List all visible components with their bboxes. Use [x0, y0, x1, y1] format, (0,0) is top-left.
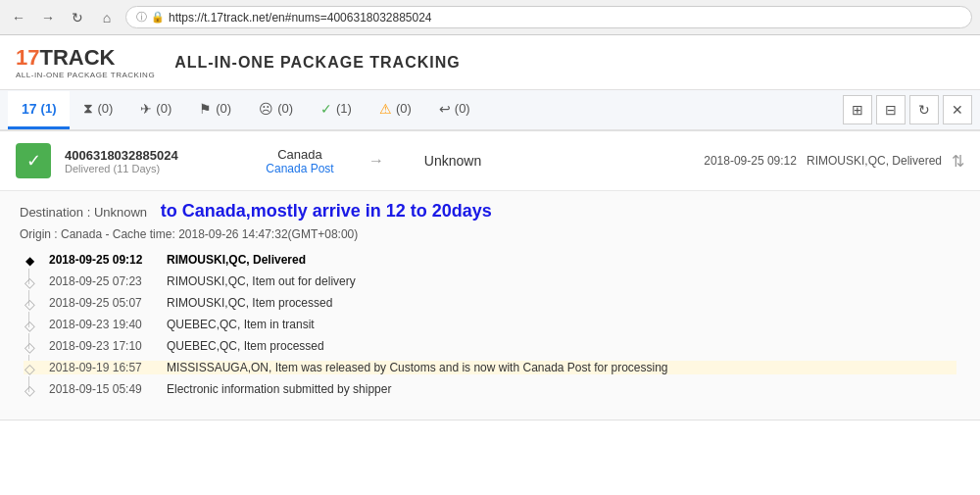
tracking-number-col: 4006318032885024 Delivered (11 Days): [65, 148, 241, 174]
tab-pending-icon: ⧗: [83, 100, 93, 117]
timeline-item-5: ◇ 2018-09-19 16:57 MISSISSAUGA,ON, Item …: [24, 361, 956, 374]
tab-undelivered-icon: ☹: [259, 101, 273, 117]
origin-label: Origin :: [20, 227, 58, 241]
tab-pickup-icon: ⚑: [199, 101, 212, 117]
tabs-bar: 17 (1) ⧗ (0) ✈ (0) ⚑ (0) ☹ (0) ✓ (1) ⚠ (…: [0, 90, 980, 131]
app-header: 17TRACK ALL-IN-ONE PACKAGE TRACKING ALL-…: [0, 35, 980, 90]
event-location: RIMOUSKI,QC, Delivered: [807, 154, 942, 168]
address-bar[interactable]: ⓘ 🔒 https://t.17track.net/en#nums=400631…: [125, 6, 972, 28]
timeline-time-2: 2018-09-25 05:07: [49, 296, 167, 310]
timeline: ◆ 2018-09-25 09:12 RIMOUSKI,QC, Delivere…: [20, 253, 960, 396]
lock-icon: 🔒: [151, 11, 165, 24]
timeline-item-4: ◇ 2018-09-23 17:10 QUEBEC,QC, Item proce…: [24, 339, 956, 353]
timeline-dot-6: ◇: [24, 384, 35, 396]
timeline-desc-3: QUEBEC,QC, Item in transit: [167, 318, 315, 331]
origin-value: Canada: [61, 227, 102, 241]
close-all-button[interactable]: ✕: [943, 95, 972, 124]
detail-panel: Destination : Unknown to Canada,mostly a…: [0, 191, 980, 421]
logo: 17TRACK: [16, 45, 155, 71]
destination-col: Unknown: [394, 153, 512, 169]
logo-track: TRACK: [39, 45, 115, 70]
tab-all[interactable]: 17 (1): [8, 91, 70, 129]
tab-undelivered[interactable]: ☹ (0): [245, 91, 307, 129]
tab-delivered-icon: ✓: [320, 101, 332, 117]
timeline-dot-1: ◇: [24, 276, 35, 288]
refresh-button[interactable]: ↻: [67, 7, 88, 28]
timeline-desc-2: RIMOUSKI,QC, Item processed: [167, 296, 332, 310]
copy-button[interactable]: ⊞: [843, 95, 872, 124]
timeline-time-3: 2018-09-23 19:40: [49, 318, 167, 331]
timeline-item-0: ◆ 2018-09-25 09:12 RIMOUSKI,QC, Delivere…: [24, 253, 956, 267]
tab-return-count: (0): [455, 101, 470, 116]
tab-delivered[interactable]: ✓ (1): [307, 91, 366, 129]
timeline-dot-0: ◆: [24, 255, 35, 267]
arrow-icon: →: [368, 152, 384, 170]
browser-bar: ← → ↻ ⌂ ⓘ 🔒 https://t.17track.net/en#num…: [0, 0, 980, 35]
timeline-dot-3: ◇: [24, 320, 35, 331]
promo-text: to Canada,mostly arrive in 12 to 20days: [161, 201, 492, 221]
tab-transit-icon: ✈: [140, 101, 152, 117]
carrier-name[interactable]: Canada Post: [241, 162, 359, 175]
tab-transit[interactable]: ✈ (0): [126, 91, 185, 129]
tab-all-count: (1): [41, 101, 57, 116]
timeline-dot-2: ◇: [24, 298, 35, 310]
event-time: 2018-09-25 09:12: [704, 154, 797, 168]
timeline-time-0: 2018-09-25 09:12: [49, 253, 167, 267]
logo-subtitle: ALL-IN-ONE PACKAGE TRACKING: [16, 71, 155, 79]
timeline-item-6: ◇ 2018-09-15 05:49 Electronic informatio…: [24, 382, 956, 396]
checkmark-icon: ✓: [26, 150, 41, 172]
tracking-status: Delivered (11 Days): [65, 163, 241, 174]
main-content: ✓ 4006318032885024 Delivered (11 Days) C…: [0, 131, 980, 421]
timeline-dot-4: ◇: [24, 341, 35, 353]
tab-transit-count: (0): [156, 101, 172, 116]
timeline-desc-6: Electronic information submitted by ship…: [167, 382, 391, 396]
tab-pending-count: (0): [97, 101, 113, 116]
timeline-item-2: ◇ 2018-09-25 05:07 RIMOUSKI,QC, Item pro…: [24, 296, 956, 310]
destination-value: Unknown: [94, 205, 147, 220]
tab-alert-count: (0): [396, 101, 412, 116]
destination-line: Destination : Unknown to Canada,mostly a…: [20, 201, 960, 222]
timeline-time-4: 2018-09-23 17:10: [49, 339, 167, 353]
tab-return-icon: ↩: [439, 101, 451, 117]
timeline-time-6: 2018-09-15 05:49: [49, 382, 167, 396]
app-title: ALL-IN-ONE PACKAGE TRACKING: [174, 54, 461, 72]
tracking-row: ✓ 4006318032885024 Delivered (11 Days) C…: [0, 131, 980, 191]
logo-17: 17: [16, 45, 39, 70]
tab-alert-icon: ⚠: [379, 101, 392, 117]
timeline-desc-0: RIMOUSKI,QC, Delivered: [167, 253, 306, 267]
carrier-col: Canada Canada Post: [241, 147, 359, 175]
refresh-all-button[interactable]: ↻: [909, 95, 939, 124]
timeline-desc-1: RIMOUSKI,QC, Item out for delivery: [167, 274, 356, 288]
timeline-dot-5: ◇: [24, 363, 35, 374]
url-text: https://t.17track.net/en#nums=4006318032…: [169, 11, 432, 25]
home-button[interactable]: ⌂: [96, 7, 118, 28]
tab-alert[interactable]: ⚠ (0): [366, 91, 425, 129]
info-icon: ⓘ: [136, 10, 147, 25]
tab-pickup-count: (0): [216, 101, 231, 116]
destination-label: Destination :: [20, 205, 90, 220]
timeline-time-5: 2018-09-19 16:57: [49, 361, 167, 374]
expand-button[interactable]: ⇅: [952, 152, 964, 171]
forward-button[interactable]: →: [37, 7, 59, 28]
timeline-time-1: 2018-09-25 07:23: [49, 274, 167, 288]
delete-button[interactable]: ⊟: [876, 95, 906, 124]
tab-all-icon: 17: [22, 101, 37, 117]
timeline-desc-4: QUEBEC,QC, Item processed: [167, 339, 324, 353]
cache-label: - Cache time:: [105, 227, 174, 241]
timeline-desc-5: MISSISSAUGA,ON, Item was released by Cus…: [167, 361, 668, 374]
event-col: 2018-09-25 09:12 RIMOUSKI,QC, Delivered: [512, 154, 942, 168]
delivered-status-icon: ✓: [16, 143, 51, 178]
tracking-number[interactable]: 4006318032885024: [65, 148, 241, 163]
carrier-country: Canada: [241, 147, 359, 162]
tab-undelivered-count: (0): [277, 101, 293, 116]
tab-pickup[interactable]: ⚑ (0): [185, 91, 245, 129]
tab-delivered-count: (1): [336, 101, 352, 116]
origin-line: Origin : Canada - Cache time: 2018-09-26…: [20, 227, 960, 241]
logo-area: 17TRACK ALL-IN-ONE PACKAGE TRACKING: [16, 45, 155, 79]
destination-text: Unknown: [394, 153, 512, 169]
tab-return[interactable]: ↩ (0): [425, 91, 484, 129]
back-button[interactable]: ←: [8, 7, 29, 28]
timeline-item-1: ◇ 2018-09-25 07:23 RIMOUSKI,QC, Item out…: [24, 274, 956, 288]
timeline-item-3: ◇ 2018-09-23 19:40 QUEBEC,QC, Item in tr…: [24, 318, 956, 331]
tab-pending[interactable]: ⧗ (0): [70, 90, 126, 129]
